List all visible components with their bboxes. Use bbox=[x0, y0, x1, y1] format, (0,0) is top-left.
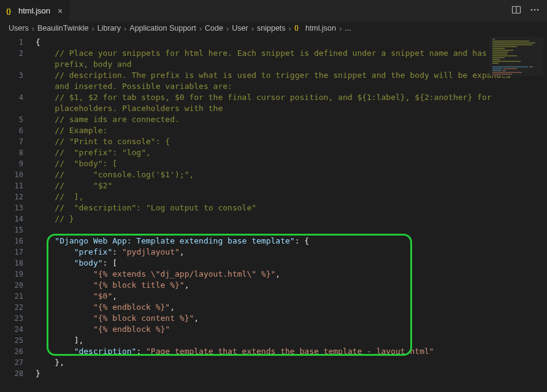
code-line[interactable]: // "description": "Log output to console… bbox=[36, 202, 547, 213]
line-number bbox=[0, 81, 36, 92]
breadcrumb-segment[interactable]: Application Support bbox=[129, 24, 196, 33]
breadcrumb-segment[interactable]: html.json bbox=[305, 24, 336, 33]
tab-bar: {} html.json × bbox=[0, 0, 547, 21]
svg-text:{}: {} bbox=[6, 7, 11, 14]
code-line[interactable]: }, bbox=[36, 357, 547, 368]
line-number: 9 bbox=[0, 158, 36, 169]
code-line[interactable]: // same ids are connected. bbox=[36, 114, 547, 125]
code-line[interactable]: // Example: bbox=[36, 125, 547, 136]
code-line[interactable]: // description. The prefix is what is us… bbox=[36, 70, 547, 81]
line-number: 14 bbox=[0, 213, 36, 225]
line-number: 12 bbox=[0, 191, 36, 202]
line-number: 13 bbox=[0, 202, 36, 213]
svg-text:{}: {} bbox=[294, 25, 299, 31]
tab-html-json[interactable]: {} html.json × bbox=[0, 0, 71, 21]
split-editor-icon[interactable] bbox=[511, 5, 521, 17]
line-number: 6 bbox=[0, 125, 36, 136]
breadcrumb-segment[interactable]: BeaulinTwinkle bbox=[37, 24, 88, 33]
code-line[interactable]: "{% block title %}", bbox=[36, 280, 547, 291]
code-line[interactable]: } bbox=[36, 368, 547, 379]
line-number: 1 bbox=[0, 37, 36, 48]
line-number: 11 bbox=[0, 180, 36, 191]
json-file-icon: {} bbox=[6, 7, 15, 15]
code-line[interactable]: // "console.log('$1');", bbox=[36, 169, 547, 180]
breadcrumb-segment[interactable]: Users bbox=[9, 24, 29, 33]
tab-right-controls bbox=[511, 0, 547, 21]
line-number: 19 bbox=[0, 269, 36, 280]
code-line[interactable]: prefix, body and bbox=[36, 59, 547, 70]
code-line[interactable]: "prefix": "pydjlayout", bbox=[36, 247, 547, 258]
code-line[interactable]: "Django Web App: Template extending base… bbox=[36, 236, 547, 247]
code-line[interactable] bbox=[36, 225, 547, 236]
breadcrumb-segment[interactable]: Code bbox=[205, 24, 223, 33]
line-number: 7 bbox=[0, 136, 36, 147]
breadcrumb-segment[interactable]: User bbox=[232, 24, 248, 33]
svg-point-3 bbox=[531, 9, 533, 10]
line-number: 5 bbox=[0, 114, 36, 125]
code-line[interactable]: // } bbox=[36, 213, 547, 225]
svg-point-4 bbox=[534, 9, 536, 10]
line-number bbox=[0, 59, 36, 70]
code-line[interactable]: ], bbox=[36, 335, 547, 346]
chevron-right-icon: › bbox=[339, 24, 342, 33]
line-number: 17 bbox=[0, 247, 36, 258]
line-number: 22 bbox=[0, 302, 36, 313]
line-number: 28 bbox=[0, 368, 36, 379]
code-line[interactable]: "description": "Page template that exten… bbox=[36, 346, 547, 357]
code-line[interactable]: // "Print to console": { bbox=[36, 136, 547, 147]
code-line[interactable]: "{% extends \"dj_app/layout.html\" %}", bbox=[36, 269, 547, 280]
tab-filename: html.json bbox=[18, 6, 50, 15]
code-line[interactable]: // Place your snippets for html here. Ea… bbox=[36, 48, 547, 59]
breadcrumb-segment[interactable]: snippets bbox=[257, 24, 286, 33]
line-number: 20 bbox=[0, 280, 36, 291]
line-number: 24 bbox=[0, 324, 36, 335]
line-number: 4 bbox=[0, 92, 36, 103]
line-number: 27 bbox=[0, 357, 36, 368]
line-number: 25 bbox=[0, 335, 36, 346]
code-line[interactable]: "$0", bbox=[36, 291, 547, 302]
svg-point-5 bbox=[537, 9, 539, 10]
code-line[interactable]: { bbox=[36, 37, 547, 48]
line-number-gutter: 1234567891011121314151617181920212223242… bbox=[0, 35, 36, 392]
code-line[interactable]: and inserted. Possible variables are: bbox=[36, 81, 547, 92]
line-number: 18 bbox=[0, 258, 36, 269]
line-number: 3 bbox=[0, 70, 36, 81]
json-file-icon: {} bbox=[294, 24, 302, 33]
code-line[interactable]: "body": [ bbox=[36, 258, 547, 269]
code-line[interactable]: placeholders. Placeholders with the bbox=[36, 103, 547, 114]
line-number: 2 bbox=[0, 48, 36, 59]
line-number: 23 bbox=[0, 313, 36, 324]
minimap[interactable] bbox=[489, 37, 543, 76]
chevron-right-icon: › bbox=[226, 24, 229, 33]
line-number: 8 bbox=[0, 147, 36, 158]
breadcrumb[interactable]: Users›BeaulinTwinkle›Library›Application… bbox=[0, 21, 547, 35]
code-line[interactable]: "{% block content %}", bbox=[36, 313, 547, 324]
code-line[interactable]: // ], bbox=[36, 191, 547, 202]
code-line[interactable]: // "prefix": "log", bbox=[36, 147, 547, 158]
close-icon[interactable]: × bbox=[56, 6, 64, 16]
code-area[interactable]: { // Place your snippets for html here. … bbox=[36, 35, 547, 392]
chevron-right-icon: › bbox=[199, 24, 202, 33]
line-number: 15 bbox=[0, 225, 36, 236]
editor[interactable]: 1234567891011121314151617181920212223242… bbox=[0, 35, 547, 392]
line-number: 16 bbox=[0, 236, 36, 247]
chevron-right-icon: › bbox=[32, 24, 34, 33]
line-number: 10 bbox=[0, 169, 36, 180]
code-line[interactable]: // "body": [ bbox=[36, 158, 547, 169]
chevron-right-icon: › bbox=[251, 24, 254, 33]
code-line[interactable]: // $1, $2 for tab stops, $0 for the fina… bbox=[36, 92, 547, 103]
breadcrumb-segment[interactable]: Library bbox=[98, 24, 121, 33]
chevron-right-icon: › bbox=[124, 24, 126, 33]
chevron-right-icon: › bbox=[289, 24, 291, 33]
line-number: 26 bbox=[0, 346, 36, 357]
line-number bbox=[0, 103, 36, 114]
code-line[interactable]: "{% endblock %}" bbox=[36, 324, 547, 335]
breadcrumb-segment[interactable]: ... bbox=[345, 24, 351, 33]
code-line[interactable]: // "$2" bbox=[36, 180, 547, 191]
more-actions-icon[interactable] bbox=[530, 5, 540, 17]
line-number: 21 bbox=[0, 291, 36, 302]
chevron-right-icon: › bbox=[91, 24, 94, 33]
code-line[interactable]: "{% endblock %}", bbox=[36, 302, 547, 313]
